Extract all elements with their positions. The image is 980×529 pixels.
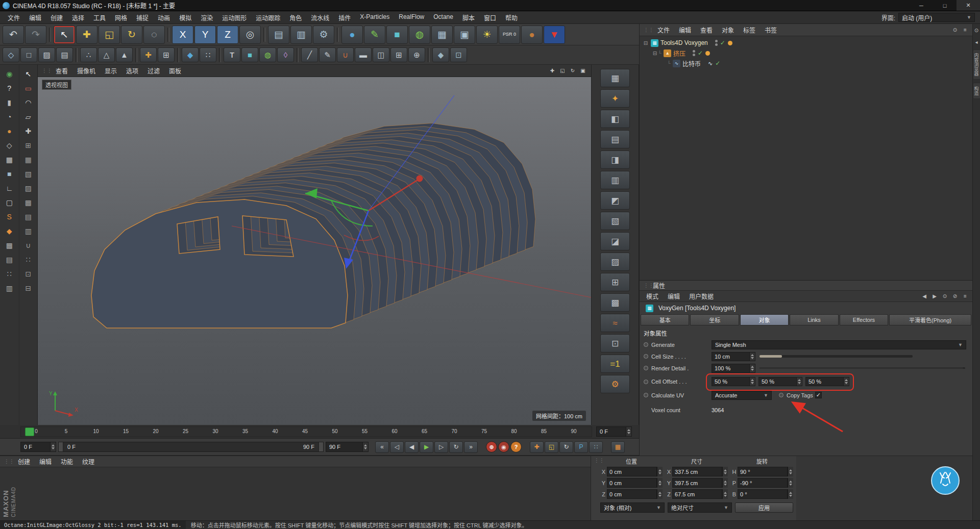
tab-5[interactable]: Effectors [840,314,888,325]
coords-input[interactable]: 0 ° [738,489,788,499]
main-menu-16[interactable]: X-Particles [355,12,394,23]
array-icon[interactable]: ⊞ [390,47,407,62]
dock-tab-1[interactable]: 内容浏览器 [973,49,980,80]
shelf-preset-5-icon[interactable]: ▥ [600,171,630,189]
enabled-check-icon[interactable]: ✓ [715,60,720,67]
subdivision-surface-icon[interactable]: ◍ [409,26,430,44]
viewport-menu-5[interactable]: 过滤 [143,65,164,77]
end-frame-spinner[interactable]: 90 F [326,442,369,452]
interface-dropdown[interactable]: 启动 (用户) ▼ [898,13,975,22]
coords-input[interactable]: 337.5 cm [672,467,722,476]
shelf-preset-7-icon[interactable]: ▧ [600,212,630,230]
honeycomb-icon[interactable]: ▤ [2,253,17,266]
coords-input[interactable]: 0 cm [607,489,657,499]
materials-menu-2[interactable]: 编辑 [35,456,56,467]
array-mini-icon[interactable]: ∷ [20,253,36,266]
object-tree-row-2[interactable]: ⊟└▲挤压✓ [640,48,972,58]
object-manager-menu-4[interactable]: 对象 [717,24,739,36]
render-picture-viewer-icon[interactable]: ▥ [290,26,312,44]
attr-forward-icon[interactable]: ▶ [929,292,940,300]
primitive-cube-icon[interactable]: ■ [386,26,408,44]
axis-center-icon[interactable]: ⊕ [408,47,425,62]
shelf-preset-6-icon[interactable]: ◩ [600,191,630,210]
cell-offset-y-spinner[interactable]: 50 % [758,377,802,386]
stepper-icon[interactable] [788,467,793,476]
stepper-icon[interactable] [843,377,849,386]
main-menu-17[interactable]: RealFlow [394,12,429,23]
preset-grid-1-icon[interactable]: ⊞ [20,139,36,152]
octane-render-icon[interactable]: ▼ [544,26,565,44]
viewport-menu-2[interactable]: 摄像机 [72,65,100,77]
help-tool-icon[interactable]: ? [2,82,17,95]
shelf-preset-11-icon[interactable]: ▩ [600,293,630,312]
phong-tag-icon[interactable]: ∿ [708,60,713,67]
knife-icon[interactable]: ╱ [301,47,318,62]
tab-2[interactable]: 坐标 [690,314,739,325]
stepper-icon[interactable] [50,442,56,451]
workplane-icon[interactable]: ⊞ [158,47,175,62]
points-mode-icon[interactable]: ∴ [80,47,97,62]
current-frame-spinner[interactable]: 0 F [20,442,56,452]
previous-key-button[interactable]: ◁ [390,441,404,453]
enabled-check-icon[interactable]: ✓ [720,39,725,46]
anim-toggle-icon[interactable] [644,366,648,370]
object-tree-row-3[interactable]: └∿比特币∿✓ [640,58,972,68]
preset-grid-5-icon[interactable]: ▩ [20,196,36,209]
loop-button[interactable]: ↻ [449,441,463,453]
stepper-icon[interactable] [657,467,663,476]
attr-lock-icon[interactable]: ⊘ [950,292,960,300]
object-manager-menu-1[interactable]: 文件 [653,24,674,36]
object-tree-row-1[interactable]: ⊟▦Tools4D Voxygen✓ [640,38,972,48]
goto-start-button[interactable]: « [375,441,389,453]
main-menu-6[interactable]: 网格 [110,12,132,23]
cube-object-icon[interactable]: ■ [241,47,258,62]
sweep-nurbs-icon[interactable]: ◍ [259,47,276,62]
object-label[interactable]: 挤压 [673,49,685,58]
tab-3[interactable]: 对象 [740,314,789,325]
make-editable-icon[interactable]: ◇ [3,47,19,62]
record-keyframe-button[interactable]: ⊕ [486,441,497,452]
main-menu-5[interactable]: 工具 [89,12,110,23]
tab-4[interactable]: Links [790,314,838,325]
polygons-mode-icon[interactable]: ▲ [116,47,133,62]
strip-dock-icon[interactable]: ◂ [971,38,980,46]
last-tool-icon[interactable]: ◌ [143,26,165,44]
psr-badge[interactable]: PSR 0 [499,26,520,44]
apply-button[interactable]: 应用 [735,502,793,513]
parameter-key-toggle[interactable]: P [574,441,588,453]
camera-icon[interactable]: ▣ [454,26,475,44]
maximize-button[interactable]: □ [933,0,957,11]
coords-input[interactable]: 90 ° [738,467,788,476]
viewport-menu-4[interactable]: 选项 [121,65,143,77]
materials-menu-3[interactable]: 功能 [56,456,78,467]
shelf-tool-icon[interactable]: ✦ [600,89,630,108]
snap-3d-icon[interactable]: ◆ [432,47,449,62]
shelf-preset-3-icon[interactable]: ▤ [600,130,630,148]
move-mini-icon[interactable]: ✚ [20,124,36,138]
main-menu-21[interactable]: 帮助 [501,12,522,23]
live-selection-icon[interactable]: ↖ [54,26,75,44]
drag-handle-icon[interactable]: ⋮⋮ [4,458,11,465]
toggle-panels-icon[interactable]: ▣ [578,66,588,75]
materials-menu-4[interactable]: 纹理 [78,456,99,467]
object-manager-menu-6[interactable]: 书签 [760,24,781,36]
copy-tags-checkbox[interactable]: ✓ [815,392,822,398]
timeline-ruler[interactable]: 051015202530354045505560657075808590 [20,426,592,437]
edges-mode-icon[interactable]: △ [98,47,115,62]
main-menu-15[interactable]: 插件 [334,12,355,23]
brush-icon[interactable]: ✎ [319,47,336,62]
snap-layout-icon[interactable]: =1 [600,355,630,373]
zoom-view-icon[interactable]: ◱ [557,66,568,75]
texture-mode-icon[interactable]: ▨ [38,47,55,62]
stepper-icon[interactable] [796,377,802,386]
shelf-preset-4-icon[interactable]: ◨ [600,150,630,169]
stepper-icon[interactable] [788,489,793,499]
stepper-icon[interactable] [722,478,728,488]
stepper-icon[interactable] [722,467,728,476]
shelf-preset-10-icon[interactable]: ⊞ [600,273,630,291]
enable-axis-icon[interactable]: ✚ [140,47,157,62]
voxel-cubes-icon[interactable]: ▦ [2,153,17,166]
preset-grid-4-icon[interactable]: ▨ [20,182,36,195]
cell-size-slider[interactable] [760,355,913,358]
main-menu-8[interactable]: 动画 [153,12,175,23]
